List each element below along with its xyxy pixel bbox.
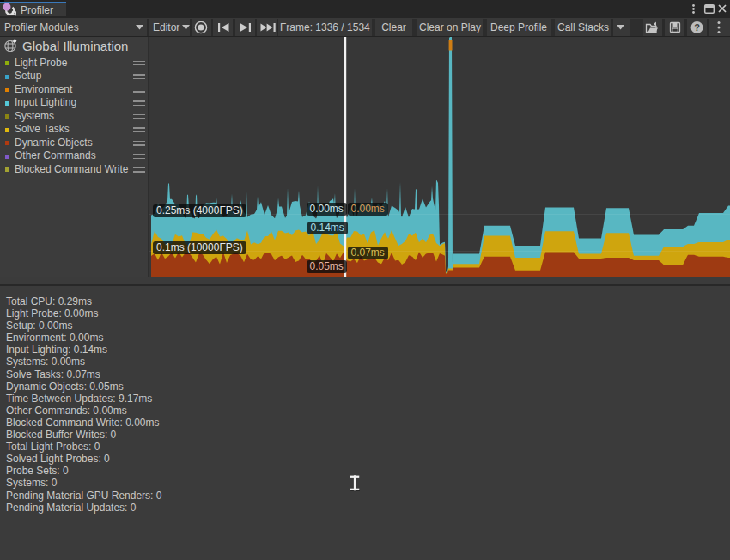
svg-text:?: ? [694, 22, 700, 33]
